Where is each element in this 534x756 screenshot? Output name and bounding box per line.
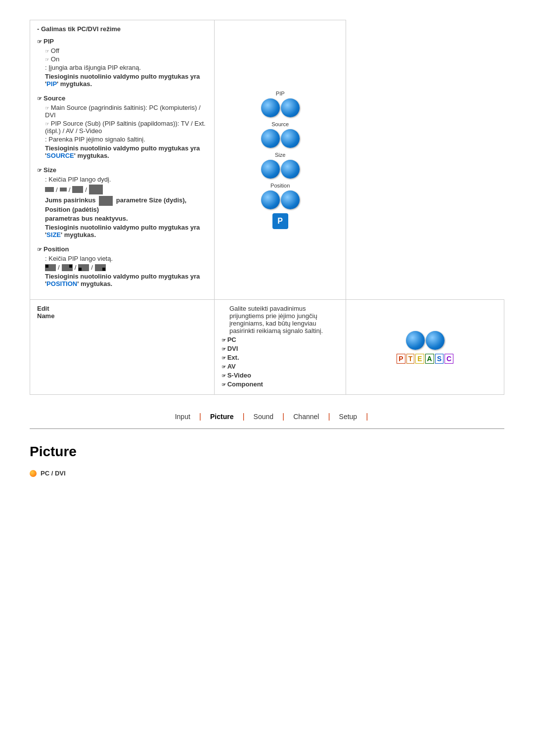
size-btn-pair: [222, 160, 339, 179]
pip-desc1: : Įjungia arba išjungia PIP ekraną.: [37, 64, 207, 71]
size-sep1: /: [56, 186, 58, 193]
size-sep3: /: [85, 186, 87, 193]
pc-dvi-note: - Galimas tik PC/DVI režime: [37, 25, 207, 33]
size-btn-left[interactable]: [261, 160, 280, 179]
pteasc-t: T: [406, 354, 415, 364]
size-bold-row1: Jums pasirinkus parametre Size (dydis), …: [37, 196, 207, 213]
position-bold-text: Tiesioginis nuotolinio valdymo pulto myg…: [37, 273, 207, 287]
source-title: Source: [37, 94, 207, 102]
size-bold-row2: parametras bus neaktyvus.: [37, 215, 207, 222]
pteasc-s: S: [435, 354, 444, 364]
size-sep2: /: [69, 186, 71, 193]
size-direct-text: Tiesioginis nuotolinio valdymo pulto myg…: [37, 224, 207, 238]
pip-content-cell: - Galimas tik PC/DVI režime PIP Off On :…: [30, 20, 215, 300]
section-divider: [30, 428, 504, 429]
pos-icon-tl: [45, 264, 56, 271]
source-sub1: Main Source (pagrindinis šaltinis): PC (…: [37, 104, 207, 119]
orange-circle-icon: [30, 470, 37, 477]
source-bold-text: Tiesioginis nuotolinio valdymo pulto myg…: [37, 144, 207, 159]
page-title: Picture: [30, 444, 504, 460]
size-btn-right[interactable]: [281, 160, 300, 179]
position-btn-left[interactable]: [261, 190, 280, 209]
nav-item-picture[interactable]: Picture: [201, 410, 242, 424]
size-icon-inline: [99, 196, 113, 206]
pip-icon-cell: PIP Source Size Position: [214, 20, 346, 300]
source-btn-left[interactable]: [261, 129, 280, 148]
edit-name-label: EditName: [37, 305, 54, 320]
pteasc-a: A: [425, 354, 434, 364]
position-icons: / / /: [37, 264, 106, 271]
content-table: - Galimas tik PC/DVI režime PIP Off On :…: [30, 20, 504, 395]
pip-btn-pair: [222, 98, 339, 117]
pteasc-row: P T E A S C: [353, 354, 497, 364]
pteasc-c: C: [445, 354, 453, 364]
source-highlight: SOURCE: [46, 152, 74, 159]
pcdvi-item: PC / DVI: [30, 470, 504, 477]
edit-item-pc: PC: [222, 336, 339, 343]
pip-off: Off: [37, 47, 207, 54]
position-icon-label: Position: [222, 183, 339, 189]
pteasc-p: P: [397, 354, 405, 364]
size-desc: : Keičia PIP lango dydį.: [37, 176, 207, 183]
edit-item-ext: Ext.: [222, 354, 339, 361]
pcdvi-label: PC / DVI: [41, 470, 66, 477]
nav-item-sound[interactable]: Sound: [245, 410, 282, 424]
p-button[interactable]: P: [272, 213, 288, 229]
pip-highlight: PIP: [46, 80, 57, 88]
position-section: Position : Keičia PIP lango vietą. / / /…: [37, 245, 207, 287]
pip-btn-right[interactable]: [281, 98, 300, 117]
nav-item-input[interactable]: Input: [166, 410, 199, 424]
table-row-pip: - Galimas tik PC/DVI režime PIP Off On :…: [30, 20, 504, 300]
edit-name-desc: Galite suteikti pavadinimus prijungtiems…: [222, 305, 339, 334]
size-highlight: SIZE: [46, 231, 61, 238]
source-icon-label: Source: [222, 121, 339, 127]
source-sub2: PIP Source (Sub) (PIP šaltinis (papildom…: [37, 120, 207, 135]
size-section: Size : Keičia PIP lango dydį. / / / Jums…: [37, 166, 207, 238]
position-desc: : Keičia PIP lango vietą.: [37, 255, 207, 262]
size-icon-label: Size: [222, 152, 339, 158]
position-title: Position: [37, 245, 207, 253]
nav-item-setup[interactable]: Setup: [330, 410, 366, 424]
pos-icon-bl: [78, 264, 89, 271]
pos-sep3: /: [91, 264, 93, 271]
edit-name-content-cell: Galite suteikti pavadinimus prijungtiems…: [214, 300, 346, 395]
pos-icon-br: [95, 264, 106, 271]
size-icon-3: [72, 186, 83, 193]
editname-btn-left[interactable]: [406, 331, 425, 350]
size-icon-4: [89, 185, 103, 194]
edit-item-component: Component: [222, 380, 339, 388]
position-btn-right[interactable]: [281, 190, 300, 209]
pip-on: On: [37, 55, 207, 63]
size-title: Size: [37, 166, 207, 174]
edit-name-label-cell: EditName: [30, 300, 215, 395]
pos-sep1: /: [58, 264, 60, 271]
size-icons: / / /: [37, 185, 103, 194]
edit-item-svideo: S-Video: [222, 372, 339, 379]
edit-name-icon-cell: P T E A S C: [346, 300, 504, 395]
pteasc-e: E: [415, 354, 424, 364]
pos-icon-tr: [62, 264, 73, 271]
edit-item-av: AV: [222, 363, 339, 370]
pip-title: PIP: [37, 38, 207, 45]
edit-name-items: PC DVI Ext. AV S-Video Component: [222, 336, 339, 388]
pip-btn-left[interactable]: [261, 98, 280, 117]
source-section: Source Main Source (pagrindinis šaltinis…: [37, 94, 207, 159]
size-icon-1: [45, 187, 54, 192]
position-btn-pair: [222, 190, 339, 209]
edit-item-dvi: DVI: [222, 345, 339, 352]
editname-btn-right[interactable]: [426, 331, 445, 350]
pip-bold-text: Tiesioginis nuotolinio valdymo pulto myg…: [37, 73, 207, 88]
source-btn-right[interactable]: [281, 129, 300, 148]
nav-item-channel[interactable]: Channel: [284, 410, 328, 424]
editname-btn-pair: [353, 331, 497, 350]
nav-bar: Input | Picture | Sound | Channel | Setu…: [30, 410, 504, 424]
pos-sep2: /: [75, 264, 77, 271]
position-highlight: POSITION: [46, 280, 77, 287]
source-btn-pair: [222, 129, 339, 148]
nav-sep-5: |: [366, 413, 368, 421]
source-desc: : Parenka PIP įėjimo signalo šaltinį.: [37, 136, 207, 143]
pip-section: PIP Off On : Įjungia arba išjungia PIP e…: [37, 38, 207, 88]
size-icon-2: [60, 188, 67, 191]
pip-icon-label: PIP: [222, 91, 339, 96]
table-row-editname: EditName Galite suteikti pavadinimus pri…: [30, 300, 504, 395]
